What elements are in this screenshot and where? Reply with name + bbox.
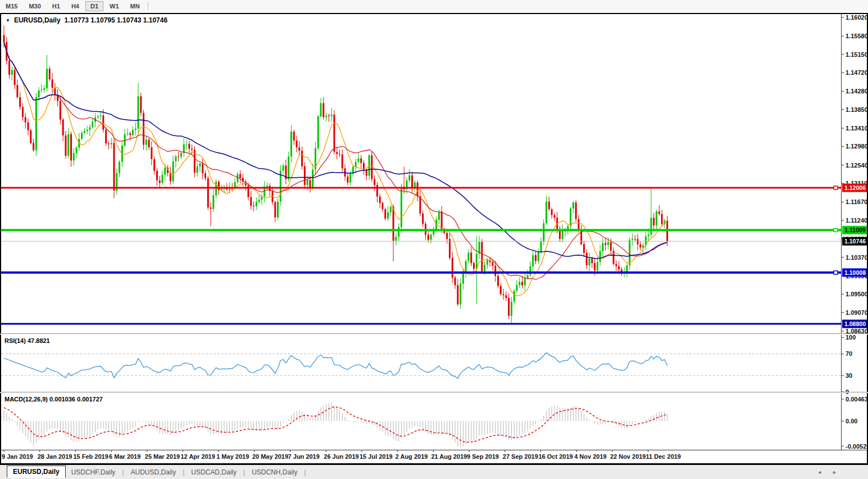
svg-text:9 Sep 2019: 9 Sep 2019 [467, 453, 499, 460]
tab-eurusd[interactable]: EURUSD,Daily [7, 466, 66, 478]
svg-text:21 Aug 2019: 21 Aug 2019 [431, 453, 467, 460]
price-axis: 1.160201.155801.151501.147201.142801.138… [841, 14, 868, 335]
fast-ma-line [4, 42, 667, 296]
rsi-value: 47.8821 [28, 337, 50, 344]
tab-scroll-left-icon[interactable]: ◄ [817, 469, 822, 475]
svg-text:-0.005299: -0.005299 [846, 443, 868, 450]
rsi-indicator-label: RSI(14) 47.8821 [4, 337, 50, 344]
svg-text:1.15150: 1.15150 [846, 51, 868, 58]
svg-text:1.08800: 1.08800 [844, 320, 866, 327]
mid-ma-line [4, 42, 667, 279]
price-tag-1.12006: 1.12006 [842, 184, 868, 192]
svg-text:7 Jun 2019: 7 Jun 2019 [288, 453, 320, 460]
tab-usdcnh[interactable]: USDCNH,Daily [246, 467, 303, 478]
hline-1.11009[interactable] [1, 228, 841, 232]
chart-canvas[interactable]: 1.160201.155801.151501.147201.142801.138… [0, 13, 868, 465]
timeframe-button-d1[interactable]: D1 [85, 1, 103, 11]
timeframe-button-h4[interactable]: H4 [66, 1, 84, 11]
symbol-tab-bar: EURUSD,DailyUSDCHF,Daily|AUDUSD,Daily|US… [0, 465, 868, 479]
tab-scroll-right-icon[interactable]: ► [832, 469, 837, 475]
svg-text:1.12980: 1.12980 [846, 143, 868, 150]
svg-text:1.14720: 1.14720 [846, 69, 868, 76]
timeframe-toolbar: M15M30H1H4D1W1MN [0, 0, 868, 12]
svg-text:1.09070: 1.09070 [846, 309, 868, 316]
price-tag-1.08800: 1.08800 [842, 320, 868, 328]
svg-text:1.10370: 1.10370 [846, 254, 868, 261]
svg-text:100: 100 [846, 334, 856, 341]
svg-text:1.12540: 1.12540 [846, 162, 868, 169]
svg-text:25 Mar 2019: 25 Mar 2019 [145, 453, 180, 460]
svg-text:0.00463: 0.00463 [846, 396, 868, 403]
svg-text:12 Apr 2019: 12 Apr 2019 [181, 453, 215, 460]
timeframe-button-m30[interactable]: M30 [24, 1, 46, 11]
svg-text:30: 30 [846, 372, 852, 379]
svg-text:4 Nov 2019: 4 Nov 2019 [574, 453, 606, 460]
svg-text:1.12006: 1.12006 [844, 184, 866, 191]
rsi-level-lines [1, 354, 841, 376]
svg-text:1.10746: 1.10746 [844, 238, 866, 245]
date-axis: 9 Jan 201928 Jan 201915 Feb 20196 Mar 20… [2, 450, 681, 460]
svg-text:1.11240: 1.11240 [846, 217, 867, 224]
symbol-tabs: EURUSD,DailyUSDCHF,Daily|AUDUSD,Daily|US… [0, 466, 307, 478]
tab-scroll-controls: ◄ ► [817, 469, 837, 475]
svg-text:1 May 2019: 1 May 2019 [216, 453, 249, 460]
svg-text:15 Feb 2019: 15 Feb 2019 [73, 453, 108, 460]
tab-separator: | [242, 468, 246, 476]
rsi-axis: 10070300 [841, 334, 856, 395]
svg-text:20 May 2019: 20 May 2019 [252, 453, 288, 460]
macd-name: MACD(12,26,9) [4, 396, 48, 403]
svg-text:15 Jul 2019: 15 Jul 2019 [360, 453, 393, 460]
svg-text:28 Jan 2019: 28 Jan 2019 [38, 453, 72, 460]
svg-text:1.14280: 1.14280 [846, 88, 868, 94]
svg-text:2 Aug 2019: 2 Aug 2019 [396, 453, 428, 460]
current-price-tag: 1.10746 [842, 237, 868, 246]
chart-symbol-label: EURUSD,Daily [14, 16, 61, 24]
hline-1.12006[interactable] [1, 186, 841, 189]
svg-text:0.00: 0.00 [846, 418, 857, 424]
timeframe-buttons: M15M30H1H4D1W1MN [0, 1, 146, 11]
candlesticks [3, 25, 669, 324]
symbol-dropdown-icon[interactable]: ▼ [6, 18, 10, 23]
macd-values: 0.001036 0.001727 [49, 396, 103, 403]
timeframe-button-mn[interactable]: MN [125, 1, 145, 11]
svg-text:1.11670: 1.11670 [846, 198, 867, 205]
price-tag-1.11009: 1.11009 [842, 226, 868, 234]
svg-text:9 Jan 2019: 9 Jan 2019 [2, 453, 33, 460]
window-borders [0, 13, 868, 465]
svg-text:6 Mar 2019: 6 Mar 2019 [109, 453, 140, 460]
svg-text:1.15580: 1.15580 [846, 33, 868, 39]
svg-text:1.13410: 1.13410 [846, 125, 868, 132]
chart-window: 1.160201.155801.151501.147201.142801.138… [0, 13, 868, 465]
macd-axis: 0.004630.00-0.005299 [841, 396, 868, 449]
hline-1.10008[interactable] [1, 271, 841, 274]
svg-text:70: 70 [846, 350, 852, 357]
chart-title: ▼ EURUSD,Daily 1.10773 1.10795 1.10743 1… [6, 16, 167, 24]
svg-text:16 Oct 2019: 16 Oct 2019 [539, 453, 573, 460]
rsi-name: RSI(14) [4, 337, 26, 344]
svg-text:11 Dec 2019: 11 Dec 2019 [646, 453, 681, 460]
macd-histogram [4, 402, 667, 447]
tab-usdchf[interactable]: USDCHF,Daily [66, 467, 121, 478]
svg-text:1.16020: 1.16020 [846, 14, 868, 21]
macd-indicator-label: MACD(12,26,9) 0.001036 0.001727 [4, 396, 103, 403]
toolbar-divider [148, 2, 148, 10]
tab-separator: | [181, 468, 185, 476]
tab-usdcad[interactable]: USDCAD,Daily [185, 467, 242, 478]
timeframe-button-m15[interactable]: M15 [1, 1, 22, 11]
chart-ohlc-values: 1.10773 1.10795 1.10743 1.10746 [65, 16, 168, 24]
timeframe-button-w1[interactable]: W1 [104, 1, 124, 11]
svg-text:1.11009: 1.11009 [844, 227, 866, 233]
svg-text:1.13850: 1.13850 [846, 106, 868, 113]
svg-text:1.10008: 1.10008 [844, 269, 866, 276]
tab-separator: | [303, 468, 307, 476]
timeframe-button-h1[interactable]: H1 [47, 1, 65, 11]
price-tag-1.10008: 1.10008 [842, 268, 868, 277]
svg-text:22 Nov 2019: 22 Nov 2019 [610, 453, 646, 460]
svg-text:26 Jun 2019: 26 Jun 2019 [324, 453, 358, 460]
mt4-window: M15M30H1H4D1W1MN 1.160201.155801.151501.… [0, 0, 868, 479]
tab-audusd[interactable]: AUDUSD,Daily [125, 467, 182, 478]
svg-text:1.09500: 1.09500 [846, 291, 868, 297]
tab-separator: | [121, 468, 125, 476]
svg-text:27 Sep 2019: 27 Sep 2019 [503, 453, 538, 460]
rsi-curve [4, 353, 667, 378]
